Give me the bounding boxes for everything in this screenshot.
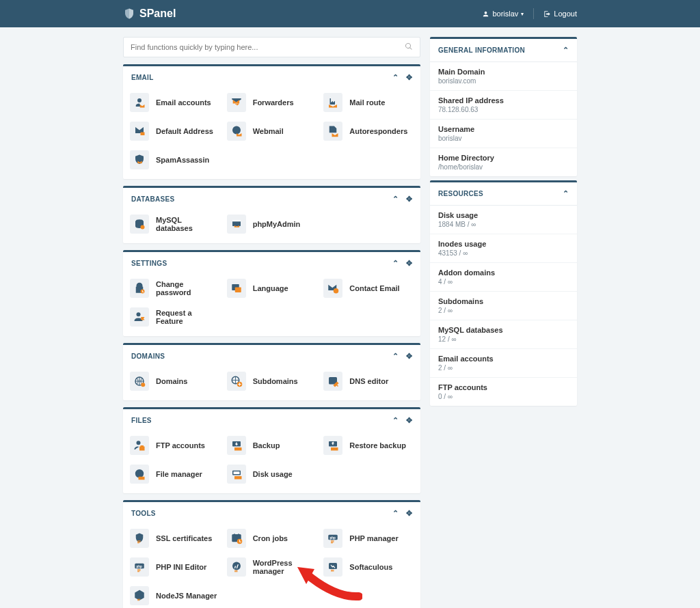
app-domains[interactable]: Domains	[130, 372, 220, 391]
divider	[533, 8, 534, 19]
app-wordpress-manager[interactable]: WordPress manager	[227, 557, 317, 577]
phpmyadmin-icon	[227, 215, 246, 234]
info-row: Addon domains4 / ∞	[430, 263, 577, 292]
info-label: Email accounts	[438, 355, 569, 363]
app-subdomains[interactable]: Subdomains	[227, 372, 317, 391]
svg-rect-22	[233, 471, 239, 474]
app-webmail[interactable]: Webmail	[227, 122, 317, 141]
app-change-password[interactable]: Change password	[130, 279, 220, 298]
app-email-accounts[interactable]: Email accounts	[130, 93, 220, 112]
app-label: Language	[253, 284, 288, 292]
info-label: Inodes usage	[438, 240, 569, 248]
info-value: 2 / ∞	[438, 307, 569, 314]
app-mail-route[interactable]: Mail route	[323, 93, 414, 112]
search-box[interactable]	[123, 37, 420, 57]
svg-point-12	[141, 383, 145, 387]
app-label: Softaculous	[349, 563, 392, 571]
section-title: GENERAL INFORMATION	[438, 46, 525, 54]
app-label: Contact Email	[349, 284, 399, 292]
section-title: RESOURCES	[438, 190, 483, 197]
app-file-manager[interactable]: File manager	[130, 465, 220, 484]
collapse-icon[interactable]: ⌃	[392, 416, 399, 425]
app-label: Request a Feature	[156, 309, 220, 325]
move-icon[interactable]: ✥	[406, 509, 412, 518]
collapse-icon[interactable]: ⌃	[392, 259, 399, 268]
mail-route-icon	[323, 93, 342, 112]
app-label: Email accounts	[156, 98, 211, 107]
app-label: phpMyAdmin	[253, 220, 301, 228]
softaculous-icon	[323, 557, 342, 577]
info-row: Inodes usage43153 / ∞	[430, 234, 577, 263]
app-php-ini-editor[interactable]: phpPHP INI Editor	[130, 557, 220, 577]
collapse-icon[interactable]: ⌃	[392, 73, 399, 82]
svg-point-29	[232, 562, 241, 570]
search-input[interactable]	[131, 43, 405, 51]
feature-icon	[130, 307, 149, 327]
app-forwarders[interactable]: Forwarders	[227, 93, 317, 112]
user-icon	[482, 10, 489, 18]
webmail-icon	[227, 122, 246, 141]
move-icon[interactable]: ✥	[406, 259, 412, 268]
subdomains-icon	[227, 372, 246, 391]
app-ftp-accounts[interactable]: FTP accounts	[130, 436, 220, 455]
info-value: 2 / ∞	[438, 364, 569, 372]
collapse-icon[interactable]: ⌃	[392, 352, 399, 361]
info-value: 0 / ∞	[438, 393, 569, 400]
logout-button[interactable]: Logout	[543, 10, 577, 18]
move-icon[interactable]: ✥	[406, 195, 412, 204]
collapse-icon[interactable]: ⌃	[392, 509, 399, 518]
svg-point-10	[137, 312, 141, 316]
backup-icon	[227, 436, 246, 455]
info-row: Subdomains2 / ∞	[430, 292, 577, 320]
app-cron-jobs[interactable]: Cron jobs	[227, 529, 317, 548]
svg-text:php: php	[330, 536, 336, 540]
app-language[interactable]: Language	[227, 279, 317, 298]
app-label: MySQL databases	[156, 216, 220, 232]
app-contact-email[interactable]: Contact Email	[323, 279, 414, 298]
logo[interactable]: SPanel	[123, 8, 176, 20]
app-php-manager[interactable]: phpPHP manager	[323, 529, 414, 548]
app-softaculous[interactable]: Softaculous	[323, 557, 414, 577]
move-icon[interactable]: ✥	[406, 352, 412, 361]
collapse-icon[interactable]: ⌃	[563, 46, 569, 55]
panel-tools: TOOLS⌃✥ SSL certificates Cron jobs phpPH…	[123, 500, 420, 608]
collapse-icon[interactable]: ⌃	[392, 195, 399, 204]
app-request-feature[interactable]: Request a Feature	[130, 307, 220, 327]
general-info-body: Main Domainborislav.com Shared IP addres…	[430, 62, 577, 176]
info-row: Shared IP address78.128.60.63	[430, 91, 577, 120]
info-value: 1884 MB / ∞	[438, 221, 569, 228]
move-icon[interactable]: ✥	[406, 73, 412, 82]
app-label: Domains	[156, 377, 187, 385]
logout-text: Logout	[554, 10, 577, 18]
app-dns-editor[interactable]: DNS editor	[323, 372, 414, 391]
section-title: DATABASES	[131, 195, 174, 203]
app-autoresponders[interactable]: AAutoresponders	[323, 122, 414, 141]
app-label: Restore backup	[349, 441, 406, 450]
app-disk-usage[interactable]: Disk usage	[227, 465, 317, 484]
main-column: EMAIL ⌃ ✥ Email accounts Forwarders Mail…	[123, 37, 420, 608]
app-restore-backup[interactable]: Restore backup	[323, 436, 414, 455]
app-label: SpamAssassin	[156, 156, 209, 164]
cron-icon	[227, 529, 246, 548]
move-icon[interactable]: ✥	[406, 416, 412, 425]
app-nodejs-manager[interactable]: NodeJS Manager	[130, 586, 220, 605]
app-backup[interactable]: Backup	[227, 436, 317, 455]
dns-icon	[323, 372, 342, 391]
section-title: SETTINGS	[131, 260, 167, 267]
shield-icon	[123, 8, 135, 20]
section-title: TOOLS	[131, 510, 156, 517]
panel-domains: DOMAINS⌃✥ Domains Subdomains DNS editor	[123, 343, 420, 400]
user-menu[interactable]: borislav ▾	[482, 10, 524, 18]
username-text: borislav	[492, 10, 518, 18]
app-default-address[interactable]: Default Address	[130, 122, 220, 141]
collapse-icon[interactable]: ⌃	[563, 189, 569, 198]
app-mysql-databases[interactable]: MySQL databases	[130, 215, 220, 234]
info-value: /home/borislav	[438, 163, 569, 171]
forwarders-icon	[227, 93, 246, 112]
app-label: WordPress manager	[253, 559, 317, 575]
app-phpmyadmin[interactable]: phpMyAdmin	[227, 215, 317, 234]
info-value: 78.128.60.63	[438, 106, 569, 113]
app-spamassassin[interactable]: SpamAssassin	[130, 150, 220, 169]
info-label: Subdomains	[438, 297, 569, 305]
app-ssl-certificates[interactable]: SSL certificates	[130, 529, 220, 548]
